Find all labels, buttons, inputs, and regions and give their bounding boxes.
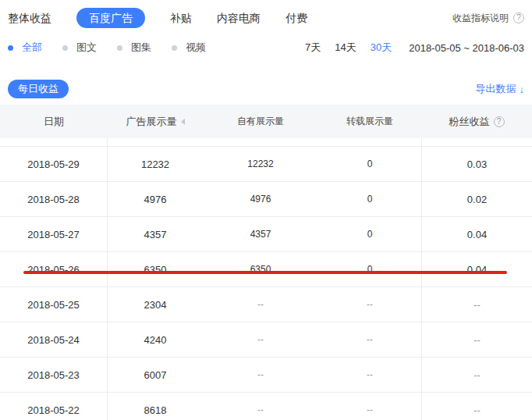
date-range-controls: 7天 14天 30天 2018-05-05 ~ 2018-06-03 [305,41,524,55]
filter-all-label: 全部 [22,41,42,55]
cell-ad-impressions: 6007 [108,358,203,392]
revenue-metrics-help-link[interactable]: 收益指标说明 ? [452,12,524,25]
range-30-days[interactable]: 30天 [371,41,392,55]
cell-date: 2018-05-23 [0,358,108,392]
radio-dot-icon [8,45,13,51]
cell-repost-impressions: 0 [318,147,421,181]
column-header-own-impressions: 自有展示量 [203,115,318,128]
table-row-highlighted: 2018-05-26 6350 6350 0 0.04 [0,252,532,287]
sort-triangle-icon[interactable] [181,119,185,125]
revenue-tabs: 整体收益 百度广告 补贴 内容电商 付费 [8,8,307,28]
cell-date: 2018-05-22 [0,393,108,420]
column-header-date: 日期 [0,115,108,129]
partial-row-top [0,138,532,147]
section-bar: 每日收益 导出数据 ↓ [0,78,532,100]
cell-ad-impressions: 6350 [108,252,203,287]
cell-own-impressions: 12232 [203,147,318,181]
cell-fan-revenue: 0.02 [421,182,532,216]
daily-revenue-badge[interactable]: 每日收益 [8,80,69,98]
cell-own-impressions: 4976 [203,182,318,216]
cell-repost-impressions: -- [318,358,421,392]
top-tab-bar: 整体收益 百度广告 补贴 内容电商 付费 收益指标说明 ? [0,0,532,30]
question-circle-icon[interactable]: ? [513,12,524,23]
cell-date: 2018-05-29 [0,147,108,181]
cell-date: 2018-05-27 [0,217,108,251]
radio-dot-icon [117,45,122,51]
column-header-fan-revenue: 粉丝收益 ? [421,115,532,129]
cell-ad-impressions: 4240 [108,322,203,357]
cell-date: 2018-05-24 [0,322,108,357]
table-row: 2018-05-25 2304 -- -- -- [0,287,532,322]
table-row: 2018-05-22 8618 -- -- -- [0,393,532,420]
filter-articles-label: 图文 [76,41,97,55]
ad-impressions-label: 广告展示量 [126,115,177,129]
cell-repost-impressions: 0 [318,217,421,251]
filter-videos-label: 视频 [186,41,206,55]
cell-repost-impressions: 0 [318,182,421,216]
table-row: 2018-05-27 4357 4357 0 0.04 [0,217,532,252]
cell-own-impressions: -- [203,358,318,392]
cell-own-impressions: 4357 [203,217,318,251]
help-link-label: 收益指标说明 [452,12,509,25]
daily-revenue-table: 日期 广告展示量 自有展示量 转载展示量 粉丝收益 ? 2018- [0,105,532,420]
cell-fan-revenue: -- [421,322,532,357]
table-row: 2018-05-23 6007 -- -- -- [0,358,532,393]
filter-galleries-label: 图集 [131,41,151,55]
tab-overall-revenue[interactable]: 整体收益 [8,8,51,28]
table-row: 2018-05-29 12232 12232 0 0.03 [0,147,532,182]
filter-videos[interactable]: 视频 [172,41,206,55]
column-header-repost-impressions: 转载展示量 [318,115,421,128]
cell-repost-impressions: -- [318,322,421,357]
range-14-days[interactable]: 14天 [335,41,356,55]
filter-all[interactable]: 全部 [8,41,42,55]
cell-ad-impressions: 4976 [108,182,203,216]
cell-date: 2018-05-28 [0,182,108,216]
table-body: 2018-05-29 12232 12232 0 0.03 2018-05-28… [0,138,532,420]
cell-own-impressions: -- [203,322,318,357]
cell-date: 2018-05-26 [0,252,108,287]
radio-dot-icon [172,45,177,51]
radio-dot-icon [62,45,68,51]
content-type-filters: 全部 图文 图集 视频 [8,41,206,55]
table-row: 2018-05-28 4976 4976 0 0.02 [0,182,532,217]
table-header-row: 日期 广告展示量 自有展示量 转载展示量 粉丝收益 ? [0,105,532,138]
cell-own-impressions: -- [203,393,318,420]
cell-repost-impressions: 0 [318,252,421,287]
cell-fan-revenue: 0.04 [421,252,532,287]
export-data-button[interactable]: 导出数据 ↓ [476,82,525,96]
cell-ad-impressions: 2304 [108,287,203,322]
cell-fan-revenue: -- [421,393,532,420]
tab-content-ecommerce[interactable]: 内容电商 [217,8,261,28]
cell-own-impressions: -- [203,287,318,322]
tab-subsidy[interactable]: 补贴 [170,8,192,28]
fan-revenue-label: 粉丝收益 [449,115,490,129]
question-circle-icon[interactable]: ? [494,116,505,127]
date-range-display[interactable]: 2018-05-05 ~ 2018-06-03 [409,42,524,54]
table-row: 2018-05-24 4240 -- -- -- [0,322,532,358]
column-header-ad-impressions[interactable]: 广告展示量 [108,115,203,129]
filter-bar: 全部 图文 图集 视频 7天 14天 30天 2018-05-05 ~ 2018… [0,34,532,61]
cell-fan-revenue: 0.03 [421,147,532,181]
cell-fan-revenue: -- [421,358,532,392]
cell-fan-revenue: 0.04 [421,217,532,251]
tab-paid[interactable]: 付费 [286,8,307,28]
cell-own-impressions: 6350 [203,252,318,287]
cell-ad-impressions: 8618 [108,393,203,420]
filter-galleries[interactable]: 图集 [117,41,151,55]
cell-date: 2018-05-25 [0,287,108,322]
cell-ad-impressions: 4357 [108,217,203,251]
red-underline-annotation [23,271,507,274]
cell-repost-impressions: -- [318,287,421,322]
cell-ad-impressions: 12232 [108,147,203,181]
filter-articles[interactable]: 图文 [62,41,97,55]
tab-baidu-ads[interactable]: 百度广告 [76,8,145,28]
cell-repost-impressions: -- [318,393,421,420]
download-arrow-icon: ↓ [520,84,525,95]
range-7-days[interactable]: 7天 [305,41,321,55]
revenue-dashboard-page: 整体收益 百度广告 补贴 内容电商 付费 收益指标说明 ? 全部 图文 图集 [0,0,532,420]
cell-fan-revenue: -- [421,287,532,322]
export-data-label: 导出数据 [476,82,516,96]
